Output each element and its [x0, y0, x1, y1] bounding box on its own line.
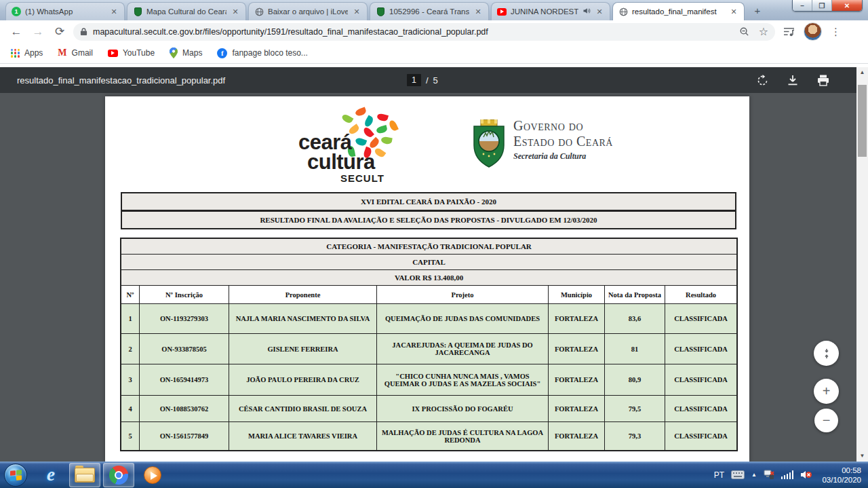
volume-muted-icon[interactable] — [800, 470, 812, 480]
scrollbar-thumb[interactable] — [858, 85, 867, 157]
zoom-search-icon[interactable] — [739, 26, 749, 37]
governo-ceara-logo: Governo do Estado do Ceará Secretaria da… — [471, 115, 648, 178]
url-text: mapacultural.secult.ce.gov.br/files/oppo… — [93, 27, 734, 37]
close-window-button[interactable]: ✕ — [832, 0, 862, 12]
zoom-in-button[interactable]: + — [814, 379, 839, 404]
reload-button[interactable]: ⟳ — [49, 24, 71, 39]
ceara-shield-icon — [134, 7, 142, 16]
keyboard-icon[interactable] — [731, 470, 745, 479]
internet-explorer-icon: e — [47, 464, 55, 485]
page-separator: / — [426, 75, 429, 86]
youtube-icon — [497, 8, 507, 16]
tab-ilovepdf[interactable]: Baixar o arquivo | iLoveP ✕ — [248, 2, 368, 20]
rotate-icon[interactable] — [757, 75, 768, 86]
tab-mapa-cultural[interactable]: Mapa Cultural do Ceará ✕ — [127, 2, 246, 20]
browser-navbar: ← → ⟳ mapacultural.secult.ce.gov.br/file… — [0, 20, 868, 43]
browser-menu-icon[interactable]: ⋮ — [831, 26, 841, 38]
results-table: CATEGORIA - MANIFESTAÇÃO TRADICIONAL POP… — [121, 238, 737, 451]
print-icon[interactable] — [817, 75, 829, 86]
bookmark-label: Gmail — [72, 48, 93, 58]
taskbar-chrome[interactable] — [103, 463, 134, 487]
network-disconnected-icon[interactable] — [764, 470, 774, 480]
hidden-icons-chevron[interactable]: ▲ — [751, 472, 757, 478]
tab-resultado-final-active[interactable]: resultado_final_manifest ✕ — [612, 2, 745, 20]
taskbar-media-player[interactable] — [137, 463, 168, 487]
region-row: CAPITAL — [121, 255, 737, 270]
scroll-up-icon[interactable]: ▲ — [856, 67, 868, 78]
close-tab-icon[interactable]: ✕ — [729, 7, 738, 16]
taskbar-explorer[interactable] — [69, 463, 100, 487]
forward-button[interactable]: → — [27, 25, 49, 39]
windows-taskbar: e PT ▲ 00:58 03/10/2020 — [0, 462, 868, 488]
bookmark-fanpage[interactable]: f fanpage bloco teso... — [217, 48, 307, 58]
ceara-coat-of-arms-icon — [471, 119, 507, 170]
logo-text-cultura: cultura — [307, 150, 375, 174]
bookmark-apps[interactable]: Apps — [11, 48, 43, 58]
tab-title: (1) WhatsApp — [25, 7, 105, 16]
page-number-input[interactable]: 1 — [407, 74, 421, 86]
bookmark-star-icon[interactable]: ☆ — [759, 25, 768, 38]
address-bar[interactable]: mapacultural.secult.ce.gov.br/files/oppo… — [73, 23, 775, 41]
tab-youtube-junina[interactable]: JUNINA NORDESTIN ✕ — [491, 2, 610, 20]
profile-avatar[interactable] — [804, 22, 822, 41]
col-header: Proponente — [229, 286, 377, 304]
fit-to-page-button[interactable] — [814, 341, 839, 366]
new-tab-button[interactable]: + — [749, 4, 766, 18]
col-header: Resultado — [665, 286, 737, 304]
bookmark-youtube[interactable]: YouTube — [108, 48, 155, 58]
value-row: VALOR R$ 13.408,00 — [121, 270, 737, 286]
table-row: 5ON-1561577849 MARIA ALICE TAVARES VIEIR… — [121, 422, 737, 451]
system-tray: PT ▲ 00:58 03/10/2020 — [714, 466, 868, 485]
media-player-icon — [144, 466, 161, 484]
minimize-button[interactable]: – — [793, 0, 812, 12]
taskbar-clock[interactable]: 00:58 03/10/2020 — [822, 466, 861, 485]
desktop: 1 (1) WhatsApp ✕ Mapa Cultural do Ceará … — [0, 0, 868, 488]
scrollbar[interactable]: ▲ ▼ — [856, 67, 868, 462]
facebook-icon: f — [217, 48, 227, 58]
table-row: 3ON-1659414973 JOÃO PAULO PEREIRA DA CRU… — [121, 364, 737, 396]
bookmark-maps[interactable]: Maps — [170, 48, 202, 58]
globe-icon — [254, 7, 264, 16]
pdf-toolbar: resultado_final_manifestacao_tradicional… — [0, 67, 856, 93]
restore-button[interactable]: ❐ — [812, 0, 832, 12]
close-tab-icon[interactable]: ✕ — [595, 7, 604, 16]
back-button[interactable]: ← — [5, 25, 27, 39]
pdf-filename: resultado_final_manifestacao_tradicional… — [17, 75, 225, 86]
folder-icon — [75, 468, 95, 483]
doc-subtitle-row: RESULTADO FINAL DA AVALIAÇÃO E SELEÇÃO D… — [121, 210, 736, 229]
download-icon[interactable] — [787, 75, 798, 86]
pdf-viewer[interactable]: ceará cultura SECULT — [0, 93, 856, 462]
close-tab-icon[interactable]: ✕ — [473, 7, 483, 16]
media-controls-icon[interactable] — [783, 26, 795, 37]
table-row: 4ON-1088530762 CÉSAR CANTIDIO BRASIL DE … — [121, 396, 737, 422]
taskbar-internet-explorer[interactable]: e — [35, 463, 66, 487]
ceara-shield-icon — [377, 7, 384, 16]
clock-time: 00:58 — [822, 466, 861, 475]
zoom-out-button[interactable]: − — [814, 409, 838, 432]
clock-date: 03/10/2020 — [822, 475, 861, 485]
signal-strength-icon[interactable] — [781, 470, 794, 479]
tab-audio-icon[interactable] — [583, 7, 591, 16]
close-tab-icon[interactable]: ✕ — [109, 7, 119, 16]
col-header: Nº Inscrição — [140, 286, 229, 304]
close-tab-icon[interactable]: ✕ — [352, 7, 361, 16]
apps-grid-icon — [11, 49, 20, 58]
category-row: CATEGORIA - MANIFESTAÇÃO TRADICIONAL POP… — [121, 239, 737, 255]
gmail-icon: M — [58, 48, 66, 58]
table-row: 2ON-933878505 GISLENE FERREIRAJACAREJUDA… — [121, 334, 737, 364]
bookmark-gmail[interactable]: M Gmail — [58, 48, 93, 58]
start-button[interactable] — [4, 464, 27, 487]
gov-line1: Governo do — [513, 118, 613, 134]
globe-icon — [618, 7, 628, 16]
tab-whatsapp[interactable]: 1 (1) WhatsApp ✕ — [5, 2, 125, 20]
window-controls: – ❐ ✕ — [792, 0, 863, 12]
table-header-row: Nº Nº Inscrição Proponente Projeto Munic… — [121, 286, 737, 304]
close-tab-icon[interactable]: ✕ — [231, 7, 240, 16]
tab-ceara-transparente[interactable]: 1052996 - Ceará Transpa ✕ — [370, 2, 489, 20]
tab-title: resultado_final_manifest — [632, 7, 725, 16]
language-indicator[interactable]: PT — [714, 470, 724, 480]
bookmarks-bar: Apps M Gmail YouTube Maps f fanpage bloc… — [0, 43, 868, 64]
col-header: Nota da Proposta — [605, 286, 665, 304]
scroll-down-icon[interactable]: ▼ — [856, 451, 868, 462]
lock-icon — [80, 27, 87, 36]
